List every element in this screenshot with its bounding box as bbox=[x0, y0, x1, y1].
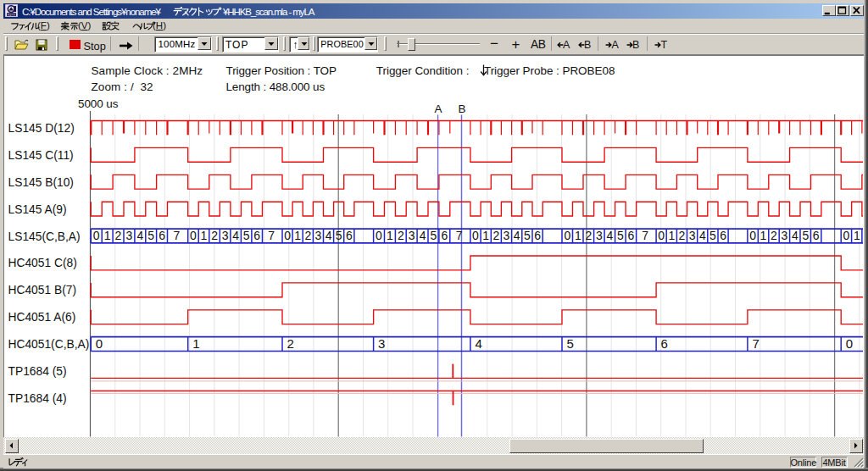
svg-text:A: A bbox=[434, 103, 442, 115]
svg-text:0: 0 bbox=[93, 229, 100, 242]
svg-text:3: 3 bbox=[596, 229, 603, 242]
svg-text:TP1684 (4): TP1684 (4) bbox=[8, 392, 67, 405]
svg-text:3: 3 bbox=[315, 229, 322, 242]
svg-text:1: 1 bbox=[482, 229, 489, 242]
svg-text:6: 6 bbox=[813, 229, 820, 242]
svg-text:5: 5 bbox=[709, 229, 716, 242]
svg-text:7: 7 bbox=[752, 336, 759, 351]
svg-text:5: 5 bbox=[802, 229, 809, 242]
svg-text:4: 4 bbox=[699, 229, 706, 242]
svg-text:6: 6 bbox=[441, 229, 448, 242]
svg-text:1: 1 bbox=[760, 229, 767, 242]
svg-text:4: 4 bbox=[606, 229, 613, 242]
svg-text:4: 4 bbox=[475, 336, 481, 351]
svg-text:3: 3 bbox=[378, 336, 385, 351]
svg-text:1: 1 bbox=[192, 336, 199, 351]
svg-text:LS145 C(11): LS145 C(11) bbox=[8, 149, 74, 162]
svg-text:5: 5 bbox=[567, 336, 574, 351]
svg-text:6: 6 bbox=[661, 336, 668, 351]
svg-text:6: 6 bbox=[534, 229, 541, 242]
svg-text:6: 6 bbox=[720, 229, 726, 242]
svg-text:LS145(C,B,A): LS145(C,B,A) bbox=[8, 230, 81, 243]
svg-text:0: 0 bbox=[658, 229, 665, 242]
svg-text:5: 5 bbox=[617, 229, 624, 242]
svg-text:1: 1 bbox=[668, 229, 675, 242]
svg-text:2: 2 bbox=[115, 229, 122, 242]
svg-text:2: 2 bbox=[679, 229, 686, 242]
svg-text:7: 7 bbox=[642, 229, 648, 242]
svg-text:HC4051 B(7): HC4051 B(7) bbox=[8, 284, 77, 296]
svg-text:0: 0 bbox=[564, 229, 570, 242]
svg-text:5: 5 bbox=[431, 229, 437, 242]
svg-text:0: 0 bbox=[846, 336, 853, 351]
svg-text:6: 6 bbox=[253, 229, 260, 242]
svg-text:3: 3 bbox=[689, 229, 696, 242]
svg-text:0: 0 bbox=[376, 229, 382, 242]
svg-text:4: 4 bbox=[232, 229, 239, 242]
svg-text:4: 4 bbox=[514, 229, 520, 242]
svg-text:1: 1 bbox=[387, 229, 393, 242]
svg-text:TP1684 (5): TP1684 (5) bbox=[8, 365, 67, 378]
svg-text:2: 2 bbox=[771, 229, 777, 242]
svg-text:2: 2 bbox=[287, 336, 294, 351]
svg-text:3: 3 bbox=[222, 229, 229, 242]
svg-text:4: 4 bbox=[136, 229, 143, 242]
svg-text:7: 7 bbox=[174, 229, 181, 242]
svg-text:5: 5 bbox=[243, 229, 250, 242]
svg-text:3: 3 bbox=[782, 229, 788, 242]
svg-text:5: 5 bbox=[336, 229, 342, 242]
svg-text:2: 2 bbox=[211, 229, 218, 242]
svg-text:0: 0 bbox=[749, 229, 756, 242]
svg-text:6: 6 bbox=[628, 229, 635, 242]
svg-text:3: 3 bbox=[126, 229, 133, 242]
svg-text:1: 1 bbox=[201, 229, 208, 242]
svg-text:3: 3 bbox=[504, 229, 510, 242]
svg-text:2: 2 bbox=[585, 229, 592, 242]
svg-text:6: 6 bbox=[346, 229, 353, 242]
svg-text:2: 2 bbox=[493, 229, 500, 242]
svg-text:3: 3 bbox=[409, 229, 415, 242]
svg-text:1: 1 bbox=[575, 229, 581, 242]
svg-text:7: 7 bbox=[268, 229, 275, 242]
svg-text:2: 2 bbox=[398, 229, 404, 242]
svg-text:7: 7 bbox=[456, 229, 463, 242]
svg-text:1: 1 bbox=[854, 229, 860, 242]
svg-text:6: 6 bbox=[159, 229, 165, 242]
svg-text:5: 5 bbox=[524, 229, 531, 242]
svg-text:0: 0 bbox=[190, 229, 197, 242]
svg-text:0: 0 bbox=[843, 229, 850, 242]
svg-text:HC4051(C,B,A): HC4051(C,B,A) bbox=[8, 338, 90, 351]
svg-text:0: 0 bbox=[96, 336, 103, 351]
svg-text:HC4051 A(6): HC4051 A(6) bbox=[8, 311, 76, 324]
svg-text:HC4051 C(8): HC4051 C(8) bbox=[8, 257, 77, 269]
svg-text:5: 5 bbox=[147, 229, 154, 242]
svg-text:1: 1 bbox=[104, 229, 111, 242]
svg-text:4: 4 bbox=[792, 229, 798, 242]
svg-text:LS145 A(9): LS145 A(9) bbox=[8, 203, 67, 216]
svg-text:0: 0 bbox=[284, 229, 291, 242]
svg-text:LS145 D(12): LS145 D(12) bbox=[8, 122, 75, 135]
svg-text:1: 1 bbox=[294, 229, 301, 242]
svg-text:4: 4 bbox=[420, 229, 426, 242]
svg-text:4: 4 bbox=[326, 229, 332, 242]
svg-text:0: 0 bbox=[472, 229, 479, 242]
svg-text:2: 2 bbox=[304, 229, 311, 242]
svg-text:LS145 B(10): LS145 B(10) bbox=[8, 176, 74, 189]
svg-text:B: B bbox=[458, 103, 465, 115]
